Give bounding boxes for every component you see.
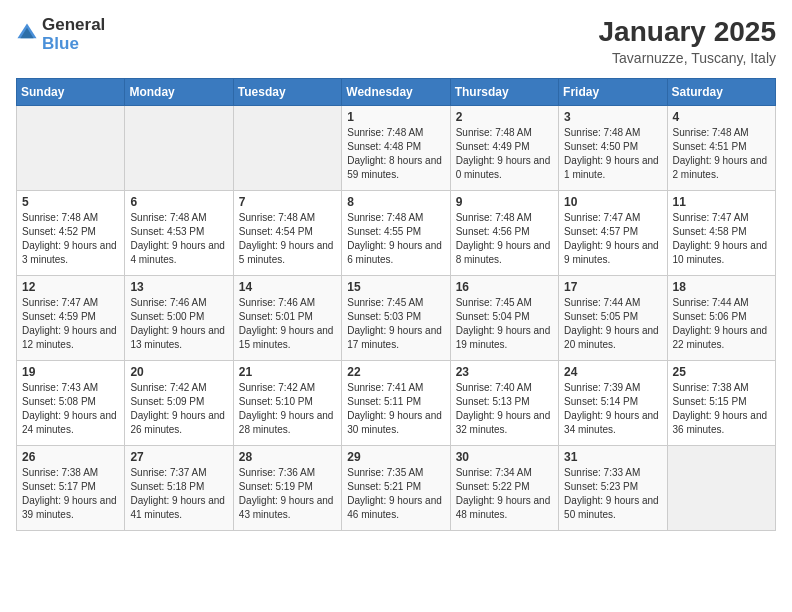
day-number: 7 [239, 195, 336, 209]
day-number: 28 [239, 450, 336, 464]
day-number: 8 [347, 195, 444, 209]
day-info: Sunrise: 7:38 AMSunset: 5:17 PMDaylight:… [22, 466, 119, 522]
calendar-cell: 22Sunrise: 7:41 AMSunset: 5:11 PMDayligh… [342, 361, 450, 446]
day-number: 14 [239, 280, 336, 294]
month-title: January 2025 [599, 16, 776, 48]
calendar-cell: 28Sunrise: 7:36 AMSunset: 5:19 PMDayligh… [233, 446, 341, 531]
location-title: Tavarnuzze, Tuscany, Italy [599, 50, 776, 66]
day-number: 17 [564, 280, 661, 294]
day-info: Sunrise: 7:48 AMSunset: 4:49 PMDaylight:… [456, 126, 553, 182]
calendar-cell: 1Sunrise: 7:48 AMSunset: 4:48 PMDaylight… [342, 106, 450, 191]
calendar-cell: 14Sunrise: 7:46 AMSunset: 5:01 PMDayligh… [233, 276, 341, 361]
calendar-cell: 9Sunrise: 7:48 AMSunset: 4:56 PMDaylight… [450, 191, 558, 276]
calendar-cell: 8Sunrise: 7:48 AMSunset: 4:55 PMDaylight… [342, 191, 450, 276]
day-number: 30 [456, 450, 553, 464]
week-row-4: 19Sunrise: 7:43 AMSunset: 5:08 PMDayligh… [17, 361, 776, 446]
day-number: 3 [564, 110, 661, 124]
day-info: Sunrise: 7:41 AMSunset: 5:11 PMDaylight:… [347, 381, 444, 437]
day-info: Sunrise: 7:35 AMSunset: 5:21 PMDaylight:… [347, 466, 444, 522]
day-number: 25 [673, 365, 770, 379]
calendar-cell: 7Sunrise: 7:48 AMSunset: 4:54 PMDaylight… [233, 191, 341, 276]
calendar-cell: 23Sunrise: 7:40 AMSunset: 5:13 PMDayligh… [450, 361, 558, 446]
week-row-1: 1Sunrise: 7:48 AMSunset: 4:48 PMDaylight… [17, 106, 776, 191]
weekday-header-sunday: Sunday [17, 79, 125, 106]
day-info: Sunrise: 7:40 AMSunset: 5:13 PMDaylight:… [456, 381, 553, 437]
weekday-header-row: SundayMondayTuesdayWednesdayThursdayFrid… [17, 79, 776, 106]
calendar-cell: 11Sunrise: 7:47 AMSunset: 4:58 PMDayligh… [667, 191, 775, 276]
day-info: Sunrise: 7:47 AMSunset: 4:58 PMDaylight:… [673, 211, 770, 267]
day-info: Sunrise: 7:34 AMSunset: 5:22 PMDaylight:… [456, 466, 553, 522]
day-info: Sunrise: 7:44 AMSunset: 5:05 PMDaylight:… [564, 296, 661, 352]
weekday-header-monday: Monday [125, 79, 233, 106]
day-number: 6 [130, 195, 227, 209]
day-info: Sunrise: 7:47 AMSunset: 4:57 PMDaylight:… [564, 211, 661, 267]
day-info: Sunrise: 7:48 AMSunset: 4:55 PMDaylight:… [347, 211, 444, 267]
day-number: 4 [673, 110, 770, 124]
calendar-cell: 10Sunrise: 7:47 AMSunset: 4:57 PMDayligh… [559, 191, 667, 276]
calendar-cell: 27Sunrise: 7:37 AMSunset: 5:18 PMDayligh… [125, 446, 233, 531]
day-info: Sunrise: 7:47 AMSunset: 4:59 PMDaylight:… [22, 296, 119, 352]
calendar-cell [667, 446, 775, 531]
page-header: General Blue January 2025 Tavarnuzze, Tu… [16, 16, 776, 66]
week-row-3: 12Sunrise: 7:47 AMSunset: 4:59 PMDayligh… [17, 276, 776, 361]
calendar-cell: 25Sunrise: 7:38 AMSunset: 5:15 PMDayligh… [667, 361, 775, 446]
calendar-cell: 26Sunrise: 7:38 AMSunset: 5:17 PMDayligh… [17, 446, 125, 531]
weekday-header-tuesday: Tuesday [233, 79, 341, 106]
day-info: Sunrise: 7:48 AMSunset: 4:50 PMDaylight:… [564, 126, 661, 182]
day-info: Sunrise: 7:44 AMSunset: 5:06 PMDaylight:… [673, 296, 770, 352]
logo: General Blue [16, 16, 105, 53]
day-info: Sunrise: 7:48 AMSunset: 4:51 PMDaylight:… [673, 126, 770, 182]
calendar-cell: 3Sunrise: 7:48 AMSunset: 4:50 PMDaylight… [559, 106, 667, 191]
calendar-cell: 15Sunrise: 7:45 AMSunset: 5:03 PMDayligh… [342, 276, 450, 361]
calendar-cell: 19Sunrise: 7:43 AMSunset: 5:08 PMDayligh… [17, 361, 125, 446]
calendar-cell: 16Sunrise: 7:45 AMSunset: 5:04 PMDayligh… [450, 276, 558, 361]
calendar-cell [233, 106, 341, 191]
day-info: Sunrise: 7:48 AMSunset: 4:56 PMDaylight:… [456, 211, 553, 267]
day-number: 5 [22, 195, 119, 209]
week-row-2: 5Sunrise: 7:48 AMSunset: 4:52 PMDaylight… [17, 191, 776, 276]
calendar-cell: 5Sunrise: 7:48 AMSunset: 4:52 PMDaylight… [17, 191, 125, 276]
day-number: 18 [673, 280, 770, 294]
day-number: 26 [22, 450, 119, 464]
day-info: Sunrise: 7:48 AMSunset: 4:53 PMDaylight:… [130, 211, 227, 267]
calendar-cell: 12Sunrise: 7:47 AMSunset: 4:59 PMDayligh… [17, 276, 125, 361]
day-number: 13 [130, 280, 227, 294]
day-number: 1 [347, 110, 444, 124]
calendar-cell: 21Sunrise: 7:42 AMSunset: 5:10 PMDayligh… [233, 361, 341, 446]
day-info: Sunrise: 7:46 AMSunset: 5:00 PMDaylight:… [130, 296, 227, 352]
calendar-table: SundayMondayTuesdayWednesdayThursdayFrid… [16, 78, 776, 531]
weekday-header-friday: Friday [559, 79, 667, 106]
day-number: 27 [130, 450, 227, 464]
day-number: 19 [22, 365, 119, 379]
logo-blue-text: Blue [42, 35, 105, 54]
weekday-header-wednesday: Wednesday [342, 79, 450, 106]
week-row-5: 26Sunrise: 7:38 AMSunset: 5:17 PMDayligh… [17, 446, 776, 531]
day-info: Sunrise: 7:45 AMSunset: 5:03 PMDaylight:… [347, 296, 444, 352]
calendar-cell: 29Sunrise: 7:35 AMSunset: 5:21 PMDayligh… [342, 446, 450, 531]
day-info: Sunrise: 7:42 AMSunset: 5:09 PMDaylight:… [130, 381, 227, 437]
day-info: Sunrise: 7:42 AMSunset: 5:10 PMDaylight:… [239, 381, 336, 437]
day-number: 21 [239, 365, 336, 379]
calendar-cell: 30Sunrise: 7:34 AMSunset: 5:22 PMDayligh… [450, 446, 558, 531]
day-info: Sunrise: 7:33 AMSunset: 5:23 PMDaylight:… [564, 466, 661, 522]
calendar-cell: 2Sunrise: 7:48 AMSunset: 4:49 PMDaylight… [450, 106, 558, 191]
calendar-cell: 4Sunrise: 7:48 AMSunset: 4:51 PMDaylight… [667, 106, 775, 191]
weekday-header-thursday: Thursday [450, 79, 558, 106]
calendar-cell: 31Sunrise: 7:33 AMSunset: 5:23 PMDayligh… [559, 446, 667, 531]
day-number: 15 [347, 280, 444, 294]
logo-icon [16, 22, 38, 44]
day-info: Sunrise: 7:48 AMSunset: 4:48 PMDaylight:… [347, 126, 444, 182]
calendar-cell [125, 106, 233, 191]
calendar-cell: 18Sunrise: 7:44 AMSunset: 5:06 PMDayligh… [667, 276, 775, 361]
day-info: Sunrise: 7:43 AMSunset: 5:08 PMDaylight:… [22, 381, 119, 437]
day-number: 16 [456, 280, 553, 294]
day-info: Sunrise: 7:48 AMSunset: 4:54 PMDaylight:… [239, 211, 336, 267]
logo-general-text: General [42, 16, 105, 35]
day-number: 29 [347, 450, 444, 464]
day-number: 20 [130, 365, 227, 379]
calendar-cell: 13Sunrise: 7:46 AMSunset: 5:00 PMDayligh… [125, 276, 233, 361]
day-number: 2 [456, 110, 553, 124]
calendar-cell: 20Sunrise: 7:42 AMSunset: 5:09 PMDayligh… [125, 361, 233, 446]
day-number: 23 [456, 365, 553, 379]
day-info: Sunrise: 7:48 AMSunset: 4:52 PMDaylight:… [22, 211, 119, 267]
